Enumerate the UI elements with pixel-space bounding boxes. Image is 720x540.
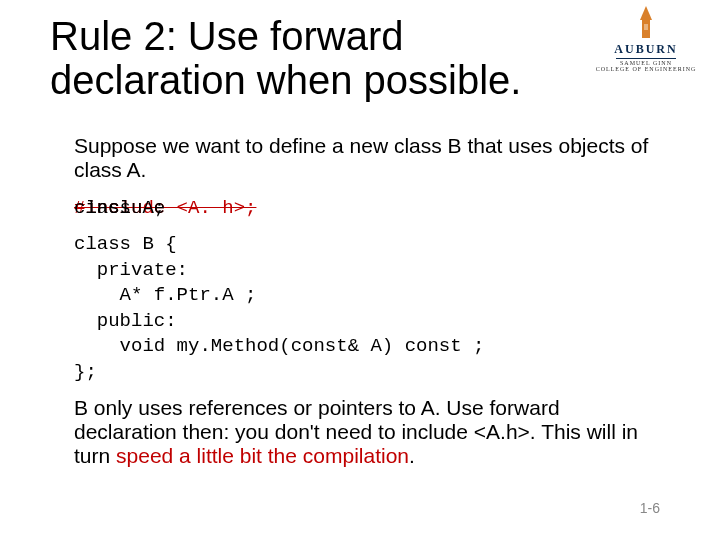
logo-divider	[616, 58, 676, 59]
intro-paragraph: Suppose we want to define a new class B …	[74, 134, 650, 182]
slide-title: Rule 2: Use forward declaration when pos…	[50, 14, 590, 102]
outro-paragraph: B only uses references or pointers to A.…	[74, 396, 650, 468]
outro-highlight: speed a little bit the compilation	[116, 444, 409, 467]
page-number: 1-6	[640, 500, 660, 516]
slide-body: Suppose we want to define a new class B …	[74, 134, 650, 482]
svg-rect-2	[644, 24, 648, 30]
tower-icon	[636, 6, 656, 44]
slide: AUBURN SAMUEL GINN COLLEGE OF ENGINEERIN…	[0, 0, 720, 540]
outro-part2: .	[409, 444, 415, 467]
code-block: class B { private: A* f.Ptr.A ; public: …	[74, 232, 650, 386]
logo-wordmark: AUBURN	[586, 42, 706, 57]
auburn-logo: AUBURN SAMUEL GINN COLLEGE OF ENGINEERIN…	[586, 6, 706, 72]
logo-subtitle-2: COLLEGE OF ENGINEERING	[586, 66, 706, 72]
code-strike-line: #include <A. h>; inclu e class A;	[74, 196, 650, 222]
svg-marker-1	[640, 6, 652, 20]
class-a-overlay: class A;	[74, 196, 165, 222]
